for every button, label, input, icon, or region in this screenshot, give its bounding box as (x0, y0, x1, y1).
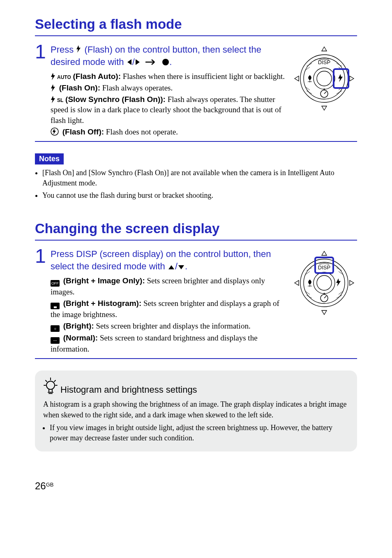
mode-desc: Sets screen brighter and displays the in… (94, 322, 251, 330)
svg-line-9 (337, 63, 342, 66)
svg-line-27 (337, 295, 342, 298)
display-mode-icon: ☼ (51, 325, 60, 332)
mode-label: (Bright + Image Only): (63, 276, 145, 285)
section-title-flash: Selecting a flash mode (35, 16, 357, 36)
flash-icon (76, 45, 82, 53)
section-title-display: Changing the screen display (35, 221, 357, 241)
svg-line-13 (337, 91, 342, 94)
display-mode-icon: OFF (51, 280, 60, 287)
control-dial-illustration: DISP (291, 44, 357, 116)
mode-label: (Bright + Histogram): (63, 299, 142, 308)
svg-line-11 (307, 91, 312, 94)
display-mode-icon: --- (51, 337, 60, 344)
auto-text: AUTO (57, 74, 71, 80)
flash-icon (51, 84, 55, 92)
tip-title: Histogram and brightness settings (43, 377, 349, 395)
page-footer: 26GB (35, 480, 357, 492)
svg-line-7 (307, 63, 312, 66)
mode-flash-slow: SL (Slow Synchro (Flash On)): Flash alwa… (51, 94, 286, 126)
note-item: You cannot use the flash during burst or… (42, 190, 357, 200)
svg-line-25 (307, 295, 312, 298)
up-icon (168, 264, 175, 270)
mode-bright: ☼ (Bright): Sets screen brighter and dis… (51, 321, 286, 332)
mode-desc: Flash always operates. (100, 83, 173, 92)
left-icon (127, 58, 132, 66)
svg-line-23 (337, 268, 342, 271)
flash-icon (51, 96, 55, 103)
page-number: 26 (35, 480, 46, 491)
mode-label: (Normal): (63, 333, 98, 342)
mode-desc: Flash does not operate. (104, 127, 178, 136)
notes-list: [Flash On] and [Slow Synchro (Flash On)]… (35, 168, 357, 200)
notes-tag: Notes (35, 153, 64, 164)
step-instruction: Press DISP (screen display) on the contr… (51, 248, 286, 272)
step-1-display: 1 Press DISP (screen display) on the con… (35, 248, 357, 359)
mode-flash-off: (Flash Off): Flash does not operate. (51, 127, 286, 137)
note-item: [Flash On] and [Slow Synchro (Flash On)]… (42, 168, 357, 188)
sl-text: SL (57, 97, 63, 103)
down-icon (178, 264, 185, 270)
mode-bright-histogram: ▃ (Bright + Histogram): Sets screen brig… (51, 298, 286, 320)
mode-label: (Flash Off): (62, 127, 104, 136)
mode-label: (Slow Synchro (Flash On)): (65, 95, 166, 104)
step-number: 1 (35, 42, 51, 62)
instr-text: Press (51, 44, 76, 55)
tip-box: Histogram and brightness settings A hist… (35, 370, 357, 451)
tip-bulb-icon (43, 377, 58, 395)
mode-bright-image-only: OFF (Bright + Image Only): Sets screen b… (51, 276, 286, 297)
disp-label: DISP (318, 264, 330, 271)
svg-point-20 (317, 276, 332, 290)
display-mode-icon: ▃ (51, 303, 60, 309)
mode-flash-auto: AUTO (Flash Auto): Flashes when there is… (51, 71, 286, 82)
mode-flash-on: (Flash On): Flash always operates. (51, 83, 286, 93)
mode-desc: Flashes when there is insufficient light… (121, 72, 285, 81)
instr-text: Press DISP (screen display) on the contr… (51, 249, 271, 271)
tip-paragraph: A histogram is a graph showing the brigh… (43, 399, 349, 420)
mode-label: (Flash Auto): (73, 72, 121, 81)
control-dial-illustration: DISP (291, 248, 357, 320)
arrow-right-icon (145, 58, 157, 66)
svg-line-21 (307, 268, 312, 271)
flash-off-icon (51, 127, 59, 136)
step-instruction: Press (Flash) on the control button, the… (51, 44, 286, 68)
disp-label: DISP (318, 59, 330, 65)
svg-point-6 (317, 71, 332, 86)
tip-bullet: If you view images in bright outside lig… (50, 423, 349, 443)
step-number: 1 (35, 246, 51, 266)
right-icon (135, 58, 141, 66)
mode-normal: --- (Normal): Sets screen to standard br… (51, 333, 286, 354)
center-button-icon (162, 58, 169, 66)
tip-title-text: Histogram and brightness settings (60, 384, 197, 395)
step-1-flash: 1 Press (Flash) on the control button, t… (35, 44, 357, 142)
mode-label: (Flash On): (59, 83, 100, 92)
mode-label: (Bright): (63, 322, 94, 330)
instr-text: . (169, 57, 172, 67)
flash-icon (51, 73, 55, 80)
instr-text: . (185, 261, 187, 271)
page-lang: GB (46, 482, 54, 488)
